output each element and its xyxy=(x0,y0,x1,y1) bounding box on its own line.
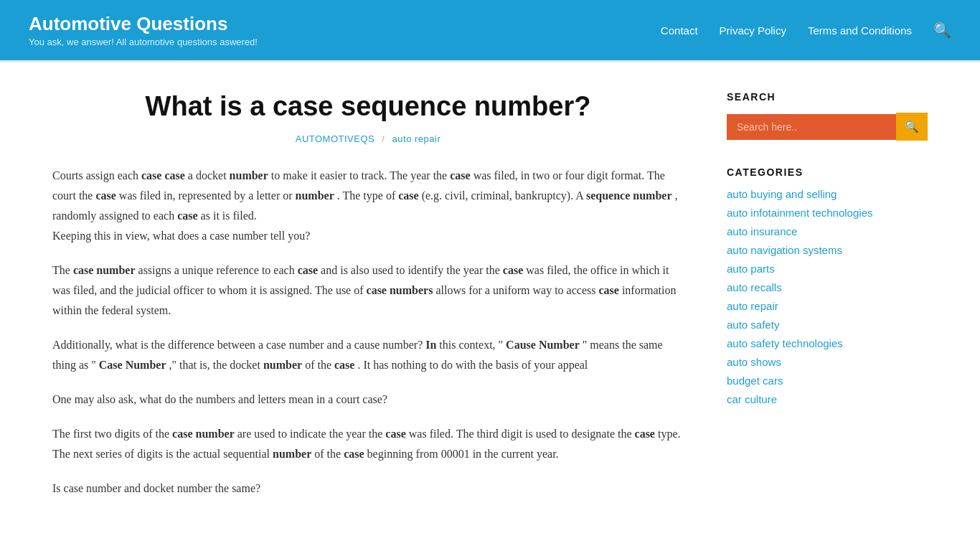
category-list-item: auto safety xyxy=(727,319,928,331)
main-content: What is a case sequence number? AUTOMOTI… xyxy=(52,91,684,513)
category-link[interactable]: auto parts xyxy=(727,263,775,275)
paragraph-1: Courts assign each case case a docket nu… xyxy=(52,166,684,246)
category-list-item: budget cars xyxy=(727,375,928,387)
category-link[interactable]: car culture xyxy=(727,393,777,405)
breadcrumb-source[interactable]: AUTOMOTIVEQS xyxy=(296,133,375,144)
category-list-item: auto navigation systems xyxy=(727,244,928,257)
nav-terms[interactable]: Terms and Conditions xyxy=(808,24,912,37)
category-link[interactable]: auto recalls xyxy=(727,281,782,293)
header-search-icon[interactable]: 🔍 xyxy=(933,22,951,39)
category-link[interactable]: auto safety technologies xyxy=(727,337,843,349)
search-widget: 🔍 xyxy=(727,113,928,141)
category-link[interactable]: auto shows xyxy=(727,356,781,368)
search-btn-icon: 🔍 xyxy=(905,121,919,133)
site-title-link[interactable]: Automotive Questions xyxy=(29,13,227,34)
category-list-item: auto buying and selling xyxy=(727,188,928,201)
article-body: Courts assign each case case a docket nu… xyxy=(52,166,684,499)
paragraph-6: Is case number and docket number the sam… xyxy=(52,479,684,499)
category-list-item: auto shows xyxy=(727,356,928,369)
search-button[interactable]: 🔍 xyxy=(896,113,928,141)
category-link[interactable]: auto infotainment technologies xyxy=(727,207,872,219)
article-title: What is a case sequence number? xyxy=(52,91,684,122)
breadcrumb-separator: / xyxy=(382,133,385,144)
category-list-item: auto safety technologies xyxy=(727,337,928,350)
categories-widget-section: CATEGORIES auto buying and sellingauto i… xyxy=(727,166,928,406)
main-nav: Contact Privacy Policy Terms and Conditi… xyxy=(661,22,951,39)
categories-heading: CATEGORIES xyxy=(727,166,928,178)
search-input[interactable] xyxy=(727,114,896,140)
paragraph-3: Additionally, what is the difference bet… xyxy=(52,335,684,375)
site-content: What is a case sequence number? AUTOMOTI… xyxy=(24,62,956,542)
search-heading: SEARCH xyxy=(727,91,928,103)
search-widget-section: SEARCH 🔍 xyxy=(727,91,928,141)
category-list-item: auto insurance xyxy=(727,225,928,238)
category-link[interactable]: auto insurance xyxy=(727,225,797,237)
paragraph-5: The first two digits of the case number … xyxy=(52,424,684,464)
breadcrumb-category[interactable]: auto repair xyxy=(392,133,441,144)
paragraph-2: The case number assigns a unique referen… xyxy=(52,260,684,321)
category-list-item: auto parts xyxy=(727,263,928,276)
category-list: auto buying and sellingauto infotainment… xyxy=(727,188,928,406)
nav-privacy-policy[interactable]: Privacy Policy xyxy=(720,24,786,37)
paragraph-4: One may also ask, what do the numbers an… xyxy=(52,390,684,410)
category-link[interactable]: auto safety xyxy=(727,319,779,331)
breadcrumb: AUTOMOTIVEQS / auto repair xyxy=(52,133,684,144)
category-link[interactable]: budget cars xyxy=(727,375,783,387)
site-header: Automotive Questions You ask, we answer!… xyxy=(0,0,980,60)
site-branding: Automotive Questions You ask, we answer!… xyxy=(29,13,258,47)
nav-contact[interactable]: Contact xyxy=(661,24,698,37)
category-link[interactable]: auto buying and selling xyxy=(727,188,837,200)
site-title: Automotive Questions xyxy=(29,13,227,34)
category-list-item: auto repair xyxy=(727,300,928,313)
category-list-item: car culture xyxy=(727,393,928,406)
category-list-item: auto infotainment technologies xyxy=(727,207,928,220)
category-link[interactable]: auto navigation systems xyxy=(727,244,842,256)
category-list-item: auto recalls xyxy=(727,281,928,294)
sidebar: SEARCH 🔍 CATEGORIES auto buying and sell… xyxy=(727,91,928,513)
site-tagline: You ask, we answer! All automotive quest… xyxy=(29,37,258,47)
category-link[interactable]: auto repair xyxy=(727,300,778,312)
